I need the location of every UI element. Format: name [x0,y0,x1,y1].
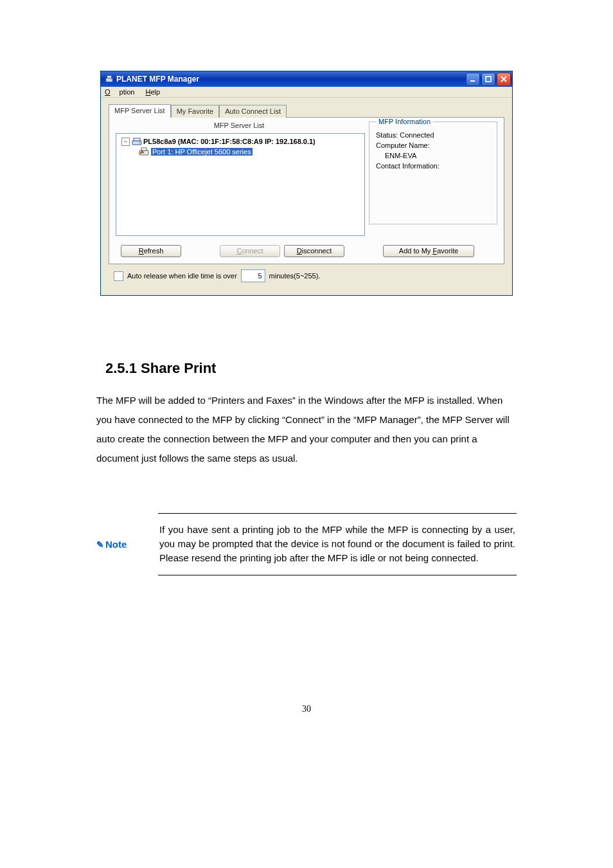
tree-child-row[interactable]: Port 1: HP Officejet 5600 series [138,147,363,156]
menu-help[interactable]: Help [145,88,160,96]
note-label: ✎Note [96,539,158,550]
tree-child-label: Port 1: HP Officejet 5600 series [151,148,253,156]
pencil-icon: ✎ [96,539,104,550]
tree-pane: MFP Server List − PL58c8a9 (MAC: 00:1F:1… [109,118,369,241]
tab-my-favorite[interactable]: My Favorite [171,105,219,118]
auto-release-checkbox[interactable] [114,271,123,281]
footer-row: Auto release when idle time is over 5 mi… [109,264,504,289]
computer-name-value: ENM-EVA [385,152,490,159]
auto-release-label: Auto release when idle time is over [127,272,237,280]
status-line: Status: Connected [376,131,490,139]
computer-name-label: Computer Name: [376,141,490,149]
info-legend: MFP Information [376,118,433,125]
contact-label: Contact Information: [376,162,490,170]
window-title: PLANET MFP Manager [116,75,466,84]
note-body: If you have sent a printing job to the M… [158,513,517,575]
svg-rect-1 [107,76,112,78]
menu-option[interactable]: Option [105,88,134,96]
titlebar: PLANET MFP Manager [101,71,512,87]
tab-panel: MFP Server List − PL58c8a9 (MAC: 00:1F:1… [109,117,504,264]
svg-rect-6 [134,138,140,141]
section-paragraph: The MFP will be added to “Printers and F… [96,391,517,468]
client-area: MFP Server List My Favorite Auto Connect… [101,98,512,295]
server-icon [132,137,142,146]
note-block: ✎Note If you have sent a printing job to… [96,513,517,575]
status-label: Status: [376,131,398,139]
app-window: PLANET MFP Manager Option Help MFP Se [100,71,513,296]
tree-root-row[interactable]: − PL58c8a9 (MAC: 00:1F:1F:58:C8:A9 IP: 1… [118,136,363,147]
refresh-button[interactable]: Refresh [121,245,181,257]
svg-point-2 [111,78,112,80]
svg-rect-3 [470,80,475,82]
close-button[interactable] [497,73,511,86]
printer-icon [138,147,150,156]
svg-rect-9 [141,148,147,150]
status-value: Connected [400,131,434,139]
disconnect-button[interactable]: Disconnect [284,245,344,257]
button-row: Refresh Connect Disconnect Add to My Fav… [109,241,504,264]
idle-minutes-input[interactable]: 5 [241,269,265,282]
menubar: Option Help [101,87,512,98]
add-favorite-button[interactable]: Add to My Favorite [383,245,474,257]
tab-server-list[interactable]: MFP Server List [109,104,171,118]
minutes-suffix: minutes(5~255). [269,272,321,280]
minimize-button[interactable] [466,73,480,86]
tree-box: − PL58c8a9 (MAC: 00:1F:1F:58:C8:A9 IP: 1… [116,133,365,236]
app-icon [105,75,114,84]
info-pane: MFP Information Status: Connected Comput… [369,122,497,236]
connect-button: Connect [220,245,280,257]
section-heading: 2.5.1 Share Print [105,360,517,377]
tree-root-label: PL58c8a9 (MAC: 00:1F:1F:58:C8:A9 IP: 192… [143,138,315,145]
page-number: 30 [96,704,517,714]
maximize-button[interactable] [481,73,495,86]
tree-header: MFP Server List [109,118,369,133]
svg-rect-4 [486,77,491,82]
tab-auto-connect[interactable]: Auto Connect List [219,105,287,118]
svg-point-7 [139,142,140,143]
info-fieldset: MFP Information Status: Connected Comput… [369,122,497,224]
tabstrip: MFP Server List My Favorite Auto Connect… [109,104,504,118]
collapse-icon[interactable]: − [121,138,130,146]
